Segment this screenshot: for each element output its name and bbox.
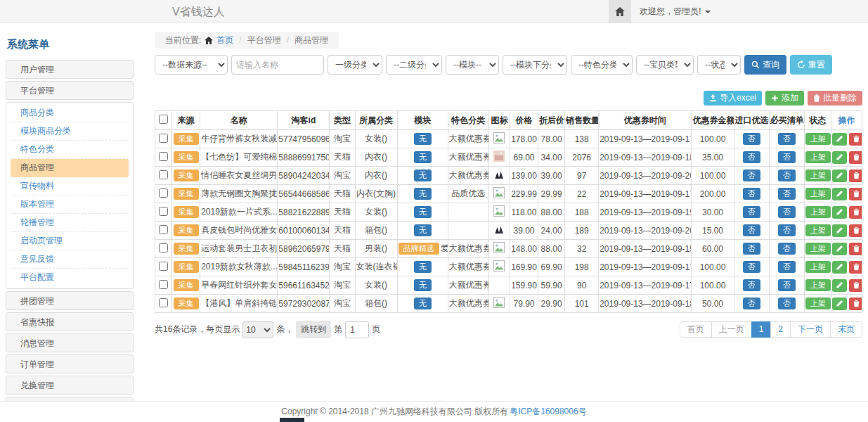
import-select-badge[interactable]: 否 [743, 243, 760, 255]
pager-item-3[interactable]: 1 [751, 321, 772, 338]
pager-item-6[interactable]: 末页 [830, 321, 862, 338]
select-all-checkbox[interactable] [159, 115, 168, 124]
row-checkbox[interactable] [159, 243, 168, 252]
status-badge[interactable]: 上架 [805, 243, 831, 255]
must-buy-badge[interactable]: 否 [778, 243, 796, 255]
add-button[interactable]: 添加 [765, 91, 804, 106]
sidebar-item-10[interactable]: 平台配置 [11, 269, 129, 287]
import-select-badge[interactable]: 否 [743, 279, 760, 291]
batch-delete-button[interactable]: 批量删除 [808, 91, 862, 106]
edit-button[interactable] [832, 170, 847, 182]
import-select-badge[interactable]: 否 [743, 298, 760, 309]
edit-button[interactable] [832, 261, 847, 274]
import-select-badge[interactable]: 否 [743, 224, 760, 236]
row-checkbox[interactable] [159, 134, 168, 143]
filter-select-6[interactable]: --宝贝类型-- [636, 55, 694, 75]
edit-button[interactable] [832, 133, 847, 146]
import-select-badge[interactable]: 否 [743, 261, 760, 273]
status-badge[interactable]: 上架 [805, 224, 831, 236]
edit-button[interactable] [832, 188, 847, 200]
user-menu[interactable]: 欢迎您，管理员! [631, 0, 719, 23]
edit-button[interactable] [832, 151, 847, 164]
breadcrumb-home-link[interactable]: 首页 [216, 34, 233, 46]
edit-button[interactable] [832, 206, 847, 219]
row-checkbox[interactable] [159, 298, 168, 307]
filter-select-2[interactable]: --二级分类-- [386, 55, 442, 75]
status-badge[interactable]: 上架 [805, 206, 831, 218]
name-search-input[interactable] [231, 55, 324, 75]
edit-button[interactable] [832, 279, 847, 292]
row-checkbox[interactable] [159, 188, 168, 198]
sidebar-group-6[interactable]: 订单管理 [6, 354, 134, 373]
pager-item-1[interactable]: 首页 [680, 321, 712, 338]
must-buy-badge[interactable]: 否 [778, 298, 796, 309]
delete-button[interactable] [849, 151, 862, 164]
edit-button[interactable] [832, 224, 847, 237]
sidebar-group-4[interactable]: 省惠快报 [6, 312, 134, 331]
status-badge[interactable]: 上架 [805, 298, 831, 309]
delete-button[interactable] [849, 243, 862, 255]
sidebar-item-8[interactable]: 启动页管理 [11, 232, 129, 250]
sidebar-group-2[interactable]: 平台管理 [6, 81, 134, 100]
filter-select-4[interactable]: --模块下分类-- [503, 55, 567, 75]
jump-button[interactable]: 跳转到 [296, 321, 331, 338]
status-badge[interactable]: 上架 [805, 188, 831, 200]
delete-button[interactable] [849, 206, 862, 219]
sidebar-item-2[interactable]: 模块商品分类 [11, 122, 129, 141]
sidebar-group-5[interactable]: 消息管理 [6, 333, 134, 352]
edit-button[interactable] [832, 298, 847, 310]
sidebar-group-3[interactable]: 拼团管理 [6, 291, 134, 310]
row-checkbox[interactable] [159, 225, 168, 234]
icp-link[interactable]: 粤ICP备16098006号 [510, 406, 586, 418]
delete-button[interactable] [849, 261, 862, 274]
filter-select-1[interactable]: 一级分类 [328, 55, 382, 75]
row-checkbox[interactable] [159, 280, 168, 289]
delete-button[interactable] [849, 133, 862, 146]
sidebar-item-4[interactable]: 商品管理 [11, 159, 129, 177]
row-checkbox[interactable] [159, 262, 168, 271]
import-select-badge[interactable]: 否 [743, 133, 760, 145]
status-badge[interactable]: 上架 [805, 170, 831, 181]
filter-select-7[interactable]: --状态-- [697, 55, 741, 75]
status-badge[interactable]: 上架 [805, 151, 831, 163]
sidebar-item-1[interactable]: 商品分类 [11, 104, 129, 122]
pager-item-5[interactable]: 下一页 [790, 321, 831, 338]
sidebar-item-5[interactable]: 宣传物料 [11, 177, 129, 196]
import-excel-button[interactable]: 导入excel [704, 91, 762, 106]
status-badge[interactable]: 上架 [805, 261, 831, 273]
status-badge[interactable]: 上架 [805, 133, 831, 145]
sidebar-group-7[interactable]: 兑换管理 [6, 376, 134, 395]
must-buy-badge[interactable]: 否 [778, 279, 796, 291]
data-source-select[interactable]: --数据来源-- [155, 55, 228, 75]
filter-select-3[interactable]: --模块-- [446, 55, 499, 75]
jump-page-input[interactable] [345, 321, 369, 338]
must-buy-badge[interactable]: 否 [778, 206, 796, 218]
must-buy-badge[interactable]: 否 [778, 224, 796, 236]
status-badge[interactable]: 上架 [805, 279, 831, 291]
delete-button[interactable] [849, 298, 862, 310]
sidebar-group-1[interactable]: 用户管理 [6, 60, 134, 79]
edit-button[interactable] [832, 243, 847, 255]
sidebar-item-6[interactable]: 版本管理 [11, 196, 129, 214]
delete-button[interactable] [849, 279, 862, 292]
sidebar-item-9[interactable]: 意见反馈 [11, 250, 129, 269]
per-page-select[interactable]: 10 [242, 321, 273, 338]
filter-select-5[interactable]: --特色分类-- [571, 55, 633, 75]
must-buy-badge[interactable]: 否 [778, 261, 796, 273]
delete-button[interactable] [849, 224, 862, 237]
pager-item-2[interactable]: 上一页 [711, 321, 752, 338]
home-button[interactable] [609, 0, 631, 23]
must-buy-badge[interactable]: 否 [778, 151, 796, 163]
import-select-badge[interactable]: 否 [743, 170, 760, 181]
row-checkbox[interactable] [159, 207, 168, 216]
must-buy-badge[interactable]: 否 [778, 188, 796, 200]
must-buy-badge[interactable]: 否 [778, 133, 796, 145]
sidebar-item-7[interactable]: 轮播管理 [11, 214, 129, 232]
reset-button[interactable]: 重置 [790, 55, 832, 75]
search-button[interactable]: 查询 [744, 55, 786, 75]
row-checkbox[interactable] [159, 152, 168, 161]
import-select-badge[interactable]: 否 [743, 206, 760, 218]
sidebar-item-3[interactable]: 特色分类 [11, 141, 129, 159]
import-select-badge[interactable]: 否 [743, 188, 760, 200]
import-select-badge[interactable]: 否 [743, 151, 760, 163]
